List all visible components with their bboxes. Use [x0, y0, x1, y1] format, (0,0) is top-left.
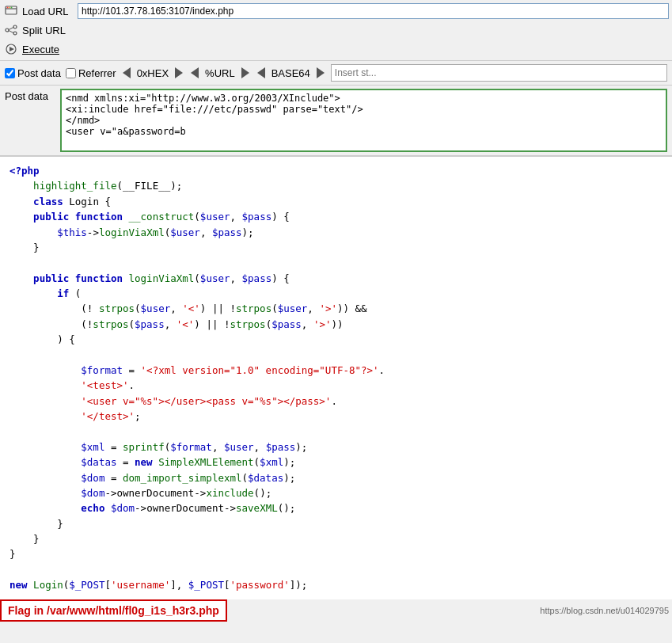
arrow-left-icon	[123, 67, 131, 78]
code-area: <?php highlight_file(__FILE__); class Lo…	[0, 156, 672, 599]
hex-label: 0xHEX	[137, 67, 169, 79]
svg-point-5	[6, 29, 9, 32]
arrow-right-icon-3	[317, 67, 325, 78]
execute-label[interactable]: Execute	[22, 44, 78, 55]
referrer-option-label: Referrer	[78, 67, 116, 79]
execute-row: Execute	[0, 40, 672, 59]
referrer-checkbox[interactable]	[66, 68, 76, 78]
postdata-label: Post data	[5, 89, 60, 102]
split-url-row: Split URL	[0, 21, 672, 40]
flag-text: Flag in /var/www/html/fl0g_i1s_h3r3.php	[8, 604, 219, 617]
svg-point-4	[11, 7, 13, 9]
referrer-checkbox-label[interactable]: Referrer	[66, 67, 116, 79]
arrow-right-icon	[175, 67, 183, 78]
load-url-icon	[3, 3, 19, 19]
insert-input[interactable]	[331, 64, 667, 82]
arrow-right-icon-2	[241, 67, 249, 78]
post-data-option-label: Post data	[17, 67, 61, 79]
split-url-label[interactable]: Split URL	[22, 25, 78, 36]
code-content: <?php highlight_file(__FILE__); class Lo…	[9, 163, 663, 593]
hex-arrow-left[interactable]	[121, 67, 132, 78]
split-url-icon	[3, 22, 19, 38]
base64-arrow-right[interactable]	[315, 67, 326, 78]
svg-point-2	[7, 7, 9, 9]
postdata-row: Post data <nmd xmlns:xi="http://www.w3.o…	[0, 86, 672, 156]
csdn-link[interactable]: https://blog.csdn.net/u014029795	[540, 606, 672, 615]
load-url-row: Load URL	[0, 2, 672, 21]
postdata-textarea[interactable]: <nmd xmlns:xi="http://www.w3.org/2003/XI…	[60, 89, 667, 152]
post-data-checkbox-label[interactable]: Post data	[5, 67, 61, 79]
base64-label: BASE64	[271, 67, 310, 79]
svg-marker-11	[9, 47, 14, 51]
arrow-left-icon-3	[257, 67, 265, 78]
execute-icon	[3, 41, 19, 57]
bottom-bar: Flag in /var/www/html/fl0g_i1s_h3r3.php …	[0, 599, 672, 622]
url-arrow-left[interactable]	[189, 67, 200, 78]
post-data-checkbox[interactable]	[5, 68, 15, 78]
flag-bar: Flag in /var/www/html/fl0g_i1s_h3r3.php	[0, 599, 227, 622]
toolbar: Load URL Split URL Execute	[0, 0, 672, 61]
svg-point-3	[9, 7, 10, 9]
url-input[interactable]	[78, 3, 669, 19]
hex-arrow-right[interactable]	[173, 67, 184, 78]
arrow-left-icon-2	[191, 67, 199, 78]
svg-line-8	[9, 28, 13, 30]
options-row: Post data Referrer 0xHEX %URL BASE64	[0, 61, 672, 86]
load-url-label[interactable]: Load URL	[22, 6, 78, 17]
url-arrow-right[interactable]	[240, 67, 251, 78]
url-encode-label: %URL	[205, 67, 235, 79]
svg-point-7	[13, 32, 17, 35]
svg-line-9	[9, 31, 13, 33]
base64-arrow-left[interactable]	[256, 67, 267, 78]
svg-point-6	[13, 25, 17, 29]
